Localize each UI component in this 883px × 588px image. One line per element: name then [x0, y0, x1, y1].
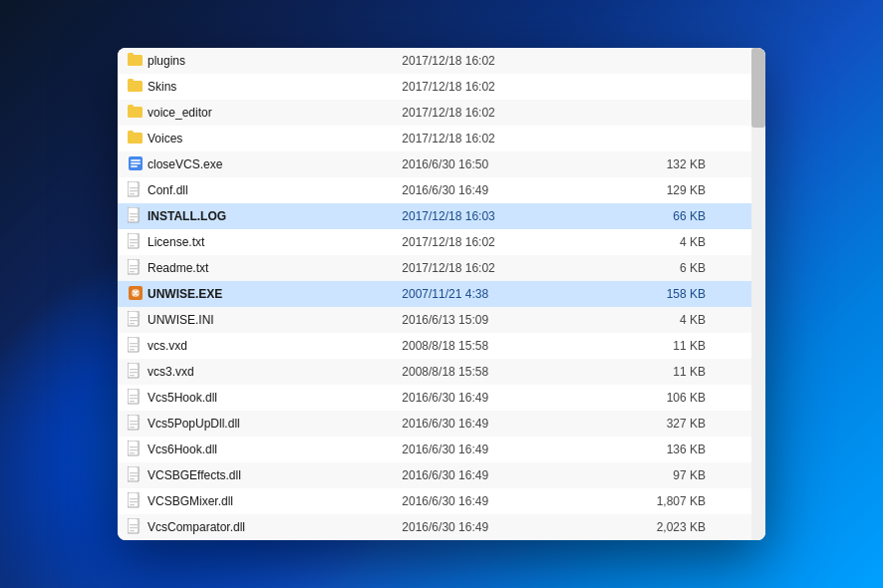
file-name: vcs.vxd [147, 339, 187, 353]
file-name: VCSBGMixer.dll [147, 494, 233, 508]
file-size: 11 KB [605, 333, 765, 359]
file-date: 2017/12/18 16:02 [396, 126, 605, 151]
svg-rect-39 [130, 369, 138, 370]
file-name: Voices [147, 132, 182, 146]
svg-rect-26 [130, 268, 138, 269]
file-name-cell: Voices [118, 126, 396, 151]
svg-rect-60 [130, 501, 138, 502]
file-date: 2016/6/13 15:09 [396, 307, 605, 333]
file-explorer-window: plugins2017/12/18 16:02 Skins2017/12/18 … [118, 48, 765, 540]
file-size: 4 KB [605, 229, 765, 255]
table-row[interactable]: closeVCS.exe2016/6/30 16:50132 KB [118, 151, 765, 177]
svg-rect-65 [130, 530, 135, 531]
table-row[interactable]: Voices2017/12/18 16:02 [118, 126, 765, 151]
table-row[interactable]: Vcs5Hook.dll2016/6/30 16:49106 KB [118, 385, 765, 411]
file-name-cell: plugins [118, 48, 396, 74]
file-name-cell: UNWISE.INI [118, 307, 396, 333]
unwise-icon [128, 285, 144, 301]
file-name: plugins [147, 54, 185, 68]
file-name: Skins [147, 80, 176, 94]
table-row[interactable]: License.txt2017/12/18 16:024 KB [118, 229, 765, 255]
svg-rect-22 [130, 242, 138, 243]
dll-icon [128, 518, 144, 534]
table-row[interactable]: plugins2017/12/18 16:02 [118, 48, 765, 74]
scrollbar-thumb[interactable] [751, 48, 765, 128]
file-date: 2016/6/30 16:49 [396, 411, 605, 437]
table-row[interactable]: UNWISE.INI2016/6/13 15:094 KB [118, 307, 765, 333]
file-name: License.txt [147, 235, 204, 249]
file-date: 2016/6/30 16:49 [396, 462, 605, 488]
svg-rect-1 [128, 53, 134, 57]
svg-rect-5 [128, 105, 134, 109]
svg-rect-11 [131, 165, 138, 167]
svg-rect-25 [130, 265, 138, 266]
table-row[interactable]: Skins2017/12/18 16:02 [118, 74, 765, 100]
table-row[interactable]: VCSBGMixer.dll2016/6/30 16:491,807 KB [118, 488, 765, 514]
file-name: VcsComparator.dll [147, 520, 245, 534]
file-size: 136 KB [605, 437, 765, 462]
svg-rect-33 [130, 323, 135, 324]
dll-icon [128, 415, 144, 431]
file-name-cell: voice_editor [118, 100, 396, 126]
svg-rect-53 [130, 452, 135, 453]
table-row[interactable]: vcs.vxd2008/8/18 15:5811 KB [118, 333, 765, 359]
file-size: 106 KB [605, 385, 765, 411]
svg-rect-18 [130, 216, 138, 217]
log-icon [128, 207, 144, 223]
svg-rect-19 [130, 219, 135, 220]
table-row[interactable]: voice_editor2017/12/18 16:02 [118, 100, 765, 126]
file-name: UNWISE.INI [147, 313, 214, 327]
svg-rect-49 [130, 427, 135, 428]
file-date: 2016/6/30 16:50 [396, 151, 605, 177]
svg-rect-40 [130, 372, 138, 373]
file-size: 11 KB [605, 359, 765, 385]
svg-rect-55 [130, 472, 138, 473]
svg-rect-59 [130, 498, 138, 499]
svg-rect-57 [130, 478, 135, 479]
scrollbar[interactable] [751, 48, 765, 540]
file-size [605, 100, 765, 126]
table-row[interactable]: Readme.txt2017/12/18 16:026 KB [118, 255, 765, 281]
table-row[interactable]: VcsComparator.dll2016/6/30 16:492,023 KB [118, 514, 765, 540]
table-row[interactable]: VCSBGEffects.dll2016/6/30 16:4997 KB [118, 462, 765, 488]
table-row[interactable]: vcs3.vxd2008/8/18 15:5811 KB [118, 359, 765, 385]
table-row[interactable]: INSTALL.LOG2017/12/18 16:0366 KB [118, 203, 765, 229]
svg-rect-51 [130, 446, 138, 447]
file-date: 2017/12/18 16:02 [396, 229, 605, 255]
svg-rect-21 [130, 239, 138, 240]
exe-icon [128, 155, 144, 171]
svg-rect-31 [130, 317, 138, 318]
table-row[interactable]: UNWISE.EXE2007/11/21 4:38158 KB [118, 281, 765, 307]
file-name-cell: INSTALL.LOG [118, 203, 396, 229]
file-name: Vcs5Hook.dll [147, 391, 217, 405]
table-row[interactable]: Vcs5PopUpDll.dll2016/6/30 16:49327 KB [118, 411, 765, 437]
file-date: 2016/6/30 16:49 [396, 177, 605, 203]
ini-icon [128, 311, 144, 327]
file-name-cell: vcs3.vxd [118, 359, 396, 385]
svg-rect-48 [130, 424, 138, 425]
file-size: 66 KB [605, 203, 765, 229]
svg-rect-61 [130, 504, 135, 505]
file-name: UNWISE.EXE [147, 287, 222, 301]
table-row[interactable]: Vcs6Hook.dll2016/6/30 16:49136 KB [118, 437, 765, 462]
dll-icon [128, 181, 144, 197]
vxd-icon [128, 363, 144, 379]
file-date: 2016/6/30 16:49 [396, 514, 605, 540]
file-name: closeVCS.exe [147, 157, 222, 171]
file-size: 158 KB [605, 281, 765, 307]
table-row[interactable]: Conf.dll2016/6/30 16:49129 KB [118, 177, 765, 203]
file-size: 129 KB [605, 177, 765, 203]
svg-rect-41 [130, 375, 135, 376]
file-name-cell: Vcs6Hook.dll [118, 437, 396, 462]
file-name: Vcs5PopUpDll.dll [147, 417, 240, 431]
file-size [605, 126, 765, 151]
file-size [605, 48, 765, 74]
svg-rect-23 [130, 245, 135, 246]
svg-rect-64 [130, 527, 138, 528]
file-name: VCSBGEffects.dll [147, 468, 241, 482]
svg-rect-27 [130, 271, 135, 272]
dll-icon [128, 492, 144, 508]
svg-rect-17 [130, 213, 138, 214]
svg-rect-14 [130, 190, 138, 191]
file-name: vcs3.vxd [147, 365, 194, 379]
